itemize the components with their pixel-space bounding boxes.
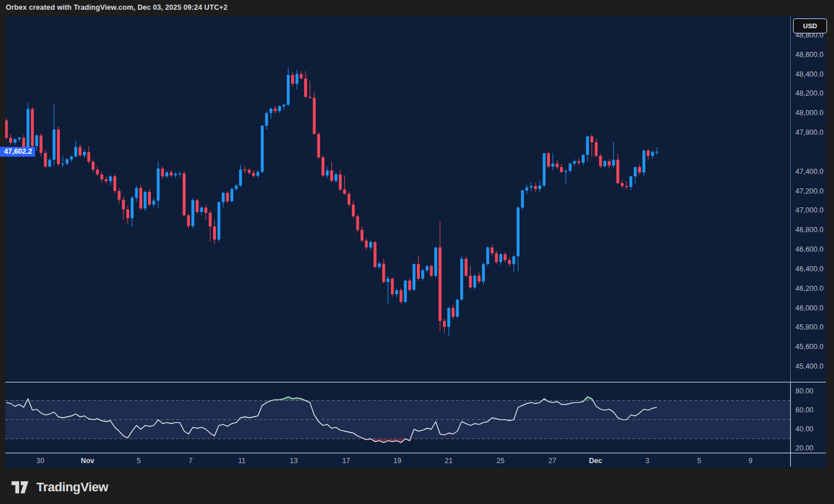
candle-down: [547, 153, 550, 166]
candle-up: [525, 188, 528, 191]
tradingview-chart-window: { "titlebar": { "text": "Orbex created w…: [0, 0, 834, 504]
candle-down: [495, 253, 498, 262]
candle-up: [179, 173, 181, 175]
candle-down: [117, 191, 120, 200]
candle-down: [347, 194, 350, 205]
candle-up: [586, 137, 589, 155]
candle-up: [74, 147, 77, 156]
candle-up: [386, 279, 389, 282]
candle-down: [170, 172, 173, 175]
tradingview-logo[interactable]: TradingView: [12, 480, 108, 495]
candle-up: [14, 139, 17, 143]
candle-wick: [283, 103, 284, 110]
candle-down: [183, 173, 185, 215]
candle-down: [100, 175, 103, 180]
time-axis-label: 19: [393, 457, 401, 465]
candle-down: [187, 215, 190, 226]
candle-down: [439, 248, 442, 321]
candle-down: [88, 152, 90, 162]
candle-up: [434, 248, 437, 276]
candle-up: [551, 164, 554, 166]
candle-down: [638, 167, 641, 172]
price-axis[interactable]: 48,800.048,600.048,400.048,200.048,000.0…: [791, 16, 826, 382]
candle-up: [61, 164, 64, 165]
time-axis-label: 9: [749, 457, 753, 465]
candle-up: [18, 138, 21, 139]
candle-down: [408, 281, 411, 290]
candle-down: [313, 98, 316, 134]
candle-wick: [245, 166, 245, 174]
candle-up: [404, 281, 407, 302]
candle-down: [196, 200, 199, 212]
time-axis-label: 21: [445, 457, 453, 465]
candle-down: [148, 192, 151, 204]
candle-up: [109, 176, 112, 181]
candle-up: [521, 191, 524, 208]
candle-down: [374, 242, 377, 267]
candlestick-pane[interactable]: [5, 16, 790, 382]
candle-down: [417, 264, 420, 278]
rsi-axis-label: 40.00: [795, 425, 813, 433]
candle-down: [105, 179, 108, 181]
candle-down: [321, 157, 324, 175]
candle-up: [460, 259, 463, 300]
candle-down: [96, 169, 99, 175]
candle-down: [430, 266, 433, 276]
price-axis-label: 46,400.0: [795, 265, 824, 273]
candle-down: [57, 130, 60, 164]
candle-down: [534, 186, 537, 189]
candle-up: [131, 198, 134, 218]
rsi-pane[interactable]: [5, 382, 790, 453]
candle-up: [612, 160, 615, 165]
time-axis-label: 5: [697, 457, 702, 465]
rsi-axis[interactable]: 80.0060.0040.0020.00: [791, 382, 826, 453]
time-axis[interactable]: 30Nov5711131719212527Dec359: [5, 453, 826, 468]
candle-down: [92, 162, 94, 170]
candle-up: [26, 109, 29, 147]
candle-down: [560, 167, 563, 172]
candle-down: [469, 276, 472, 287]
candle-down: [161, 169, 164, 177]
currency-toggle-button[interactable]: USD: [793, 18, 827, 33]
time-axis-separator: [5, 453, 826, 453]
candle-down: [5, 120, 8, 138]
candle-up: [239, 169, 242, 185]
candle-down: [339, 175, 342, 190]
candle-up: [421, 270, 424, 278]
candle-down: [204, 207, 207, 213]
candle-up: [412, 264, 415, 290]
time-axis-label: 27: [548, 457, 556, 465]
price-axis-label: 48,200.0: [795, 89, 824, 97]
time-axis-label: 7: [189, 457, 193, 465]
price-axis-border: [790, 16, 791, 382]
candle-up: [222, 193, 225, 202]
pane-separator[interactable]: [5, 382, 826, 382]
candle-up: [261, 126, 264, 172]
candle-down: [465, 259, 468, 276]
candle-up: [335, 175, 338, 181]
candle-up: [200, 207, 203, 212]
candle-down: [304, 78, 307, 97]
candle-up: [48, 160, 51, 166]
time-axis-label: 5: [137, 457, 141, 465]
candle-up: [634, 167, 636, 176]
chart-attribution-text: Orbex created with TradingView.com, Dec …: [6, 3, 228, 12]
time-axis-label: 3: [646, 457, 650, 465]
candle-down: [31, 109, 34, 146]
time-axis-label: 17: [342, 457, 350, 465]
candle-down: [248, 170, 251, 173]
candle-up: [165, 172, 168, 176]
time-axis-label: 25: [496, 457, 505, 465]
rsi-axis-label: 60.00: [795, 406, 813, 414]
candle-down: [139, 188, 142, 209]
candle-wick: [626, 181, 627, 190]
candle-down: [317, 134, 320, 158]
candle-down: [578, 161, 581, 163]
candle-up: [573, 161, 576, 164]
candle-up: [174, 174, 177, 176]
candle-down: [391, 279, 394, 294]
candle-down: [477, 276, 480, 282]
candle-up: [486, 248, 489, 264]
candle-up: [642, 150, 645, 172]
candle-down: [590, 137, 593, 142]
